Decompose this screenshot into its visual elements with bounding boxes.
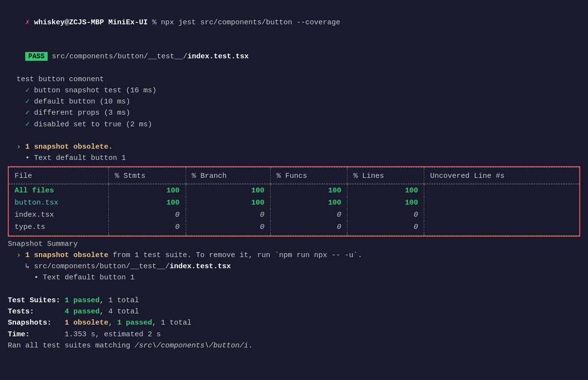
x-icon: ✗ xyxy=(25,18,30,27)
cell-button-uncovered xyxy=(424,197,579,209)
cell-button-funcs: 100 xyxy=(270,197,347,209)
blank-1 xyxy=(8,130,580,141)
table-row: type.ts 0 0 0 0 xyxy=(9,221,579,233)
snapshot-obsolete-2: › 1 snapshot obsolete from 1 test suite.… xyxy=(8,250,580,261)
test-result-3: ✓ different props (3 ms) xyxy=(8,107,580,119)
cell-button-file: button.tsx xyxy=(9,197,109,209)
snapshot-file: ↳ src/components/button/__test__/index.t… xyxy=(8,261,580,272)
cell-button-stmts: 100 xyxy=(109,197,186,209)
cell-type-lines: 0 xyxy=(347,221,424,233)
cell-button-lines: 100 xyxy=(347,197,424,209)
test-result-2: ✓ default button (10 ms) xyxy=(8,96,580,107)
cell-type-uncovered xyxy=(424,221,579,233)
cell-index-branch: 0 xyxy=(186,209,270,221)
table-row: All files 100 100 100 100 xyxy=(9,185,579,197)
result-suites: Test Suites: 1 passed, 1 total xyxy=(8,295,580,306)
coverage-table-wrapper: File % Stmts % Branch % Funcs % Lines Un… xyxy=(8,166,580,237)
snapshot-summary-label: Snapshot Summary xyxy=(8,239,580,250)
pass-line: PASS src/components/button/__test__/inde… xyxy=(8,40,580,74)
command-line: ✗ whiskey@ZCJS-MBP MiniEx-UI % npx jest … xyxy=(8,6,580,40)
suite-name: test button comonent xyxy=(8,74,580,85)
result-tests: Tests: 4 passed, 4 total xyxy=(8,306,580,317)
cell-all-branch: 100 xyxy=(186,185,270,197)
cell-index-lines: 0 xyxy=(347,209,424,221)
table-header-row: File % Stmts % Branch % Funcs % Lines Un… xyxy=(9,169,579,184)
col-funcs: % Funcs xyxy=(270,169,347,184)
table-row: index.tsx 0 0 0 0 xyxy=(9,209,579,221)
cell-index-funcs: 0 xyxy=(270,209,347,221)
pass-badge: PASS xyxy=(25,52,48,61)
cell-index-uncovered xyxy=(424,209,579,221)
cell-all-stmts: 100 xyxy=(109,185,186,197)
result-time: Time: 1.353 s, estimated 2 s xyxy=(8,329,580,340)
cell-type-branch: 0 xyxy=(186,221,270,233)
pass-file-bold: index.test.tsx xyxy=(188,52,249,61)
terminal-output: ✗ whiskey@ZCJS-MBP MiniEx-UI % npx jest … xyxy=(8,6,580,351)
cell-button-branch: 100 xyxy=(186,197,270,209)
col-file: File xyxy=(9,169,109,184)
blank-2 xyxy=(8,284,580,295)
cell-all-uncovered xyxy=(424,185,579,197)
pass-file: src/components/button/__test__/ xyxy=(48,52,188,61)
cell-type-stmts: 0 xyxy=(109,221,186,233)
bullet-2: • Text default button 1 xyxy=(8,272,580,283)
table-row: button.tsx 100 100 100 100 xyxy=(9,197,579,209)
col-stmts: % Stmts xyxy=(109,169,186,184)
cell-all-files: All files xyxy=(9,185,109,197)
cell-type-file: type.ts xyxy=(9,221,109,233)
cell-index-stmts: 0 xyxy=(109,209,186,221)
coverage-table: File % Stmts % Branch % Funcs % Lines Un… xyxy=(9,167,579,236)
ran-line: Ran all test suites matching /src\/compo… xyxy=(8,340,580,351)
cell-index-file: index.tsx xyxy=(9,209,109,221)
bullet-1: • Text default button 1 xyxy=(8,153,580,164)
cell-all-lines: 100 xyxy=(347,185,424,197)
result-snapshots: Snapshots: 1 obsolete, 1 passed, 1 total xyxy=(8,317,580,328)
bottom-divider xyxy=(9,233,579,235)
col-lines: % Lines xyxy=(347,169,424,184)
cell-all-funcs: 100 xyxy=(270,185,347,197)
test-result-1: ✓ button snapshot test (16 ms) xyxy=(8,85,580,96)
snapshot-obsolete-1: › 1 snapshot obsolete. xyxy=(8,141,580,153)
cell-type-funcs: 0 xyxy=(270,221,347,233)
test-result-4: ✓ disabled set to true (2 ms) xyxy=(8,119,580,130)
col-branch: % Branch xyxy=(186,169,270,184)
col-uncovered: Uncovered Line #s xyxy=(424,169,579,184)
